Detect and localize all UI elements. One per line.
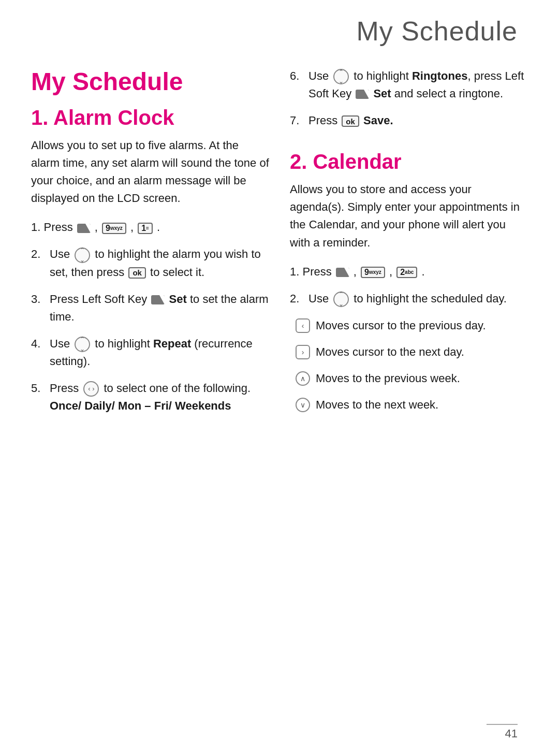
cal-step2-content: Use ⌃⌄ to highlight the scheduled day. <box>308 290 528 308</box>
nav-updown-icon4: ⌃⌄ <box>333 292 349 307</box>
cursor-item-down: ∨ Moves to the next week. <box>295 396 528 417</box>
step2-content: Use ⌃⌄ to highlight the alarm you wish t… <box>50 245 269 281</box>
cursor-left-text: Moves cursor to the previous day. <box>316 317 528 334</box>
page-content: My Schedule 1. Alarm Clock Allows you to… <box>0 57 559 451</box>
cursor-moves-list: ‹ Moves cursor to the previous day. › Mo… <box>295 317 528 417</box>
alarm-clock-section: 1. Alarm Clock Allows you to set up to f… <box>31 106 269 415</box>
header-title: My Schedule <box>0 0 559 57</box>
cal-step-2: 2. Use ⌃⌄ to highlight the scheduled day… <box>290 290 528 308</box>
svg-text:∨: ∨ <box>300 401 305 409</box>
svg-text:›: › <box>302 348 304 356</box>
cursor-item-right: › Moves cursor to the next day. <box>295 343 528 365</box>
ok-btn: ok <box>128 267 146 279</box>
lsk-icon-3 <box>356 90 369 99</box>
step-4: 4. Use ⌃⌄ to highlight Repeat (recurrenc… <box>31 335 269 370</box>
step1-content: , 9wxyz , 1≡ . <box>76 219 269 236</box>
lsk-icon-2 <box>151 295 165 304</box>
bottom-divider <box>487 724 518 725</box>
nav-updown-icon2: ⌃⌄ <box>75 337 90 352</box>
step-2: 2. Use ⌃⌄ to highlight the alarm you wis… <box>31 245 269 281</box>
cursor-item-up: ∧ Moves to the previous week. <box>295 370 528 391</box>
cursor-right-text: Moves cursor to the next day. <box>316 343 528 360</box>
calendar-section: 2. Calendar Allows you to store and acce… <box>290 150 528 417</box>
step2-num: 2. <box>31 245 47 263</box>
nav-updown-icon3: ⌃⌄ <box>333 69 349 84</box>
cursor-right-icon: › <box>295 344 311 365</box>
svg-text:∧: ∧ <box>300 374 305 383</box>
key-1hash: 1≡ <box>138 223 153 234</box>
section1-title: 1. Alarm Clock <box>31 106 269 129</box>
key-2abc: 2abc <box>396 267 417 278</box>
svg-text:‹: ‹ <box>302 322 304 330</box>
step-6: 6. Use ⌃⌄ to highlight Ringtones, press … <box>290 67 528 103</box>
page-main-title: My Schedule <box>31 67 269 96</box>
cal-step-1: 1. Press , 9wxyz , 2abc . <box>290 263 528 281</box>
cal-step1-content: , 9wxyz , 2abc . <box>335 263 528 281</box>
section2-title: 2. Calendar <box>290 150 528 173</box>
nav-updown-icon: ⌃⌄ <box>75 248 90 263</box>
step5-num: 5. <box>31 380 47 397</box>
cal-step1-num: 1. Press <box>290 263 332 281</box>
step7-content: Press ok Save. <box>308 112 528 129</box>
section2-desc: Allows you to store and access your agen… <box>290 181 528 251</box>
nav-leftright-icon: ‹ › <box>83 381 99 397</box>
lsk-icon-4 <box>336 268 349 277</box>
key-9wxyz-cal: 9wxyz <box>361 267 385 278</box>
cursor-down-text: Moves to the next week. <box>316 396 528 413</box>
cal-step2-num: 2. <box>290 290 305 308</box>
cursor-item-left: ‹ Moves cursor to the previous day. <box>295 317 528 338</box>
step6-num: 6. <box>290 67 305 85</box>
step3-num: 3. <box>31 290 47 308</box>
cursor-up-text: Moves to the previous week. <box>316 370 528 387</box>
cursor-left-icon: ‹ <box>295 318 311 338</box>
step7-num: 7. <box>290 112 305 129</box>
step5-content: Press ‹ › to select one of the following… <box>50 380 269 415</box>
ok-btn-2: ok <box>342 115 359 127</box>
step6-content: Use ⌃⌄ to highlight Ringtones, press Lef… <box>308 67 528 103</box>
step1-num: 1. Press <box>31 219 73 236</box>
step3-content: Press Left Soft Key Set to set the alarm… <box>50 290 269 326</box>
page-number: 41 <box>505 727 518 740</box>
step-5: 5. Press ‹ › to select one of the follow… <box>31 380 269 415</box>
left-column: My Schedule 1. Alarm Clock Allows you to… <box>31 67 269 430</box>
section1-desc: Allows you to set up to five alarms. At … <box>31 137 269 207</box>
step4-num: 4. <box>31 335 47 353</box>
step-1: 1. Press , 9wxyz , 1≡ . <box>31 219 269 236</box>
right-column: 6. Use ⌃⌄ to highlight Ringtones, press … <box>290 67 528 430</box>
lsk-icon <box>77 224 91 233</box>
step-7: 7. Press ok Save. <box>290 112 528 129</box>
cursor-up-icon: ∧ <box>295 371 311 391</box>
key-9wxyz: 9wxyz <box>102 223 126 234</box>
step-3: 3. Press Left Soft Key Set to set the al… <box>31 290 269 326</box>
step4-content: Use ⌃⌄ to highlight Repeat (recurrence s… <box>50 335 269 370</box>
cursor-down-icon: ∨ <box>295 397 311 417</box>
